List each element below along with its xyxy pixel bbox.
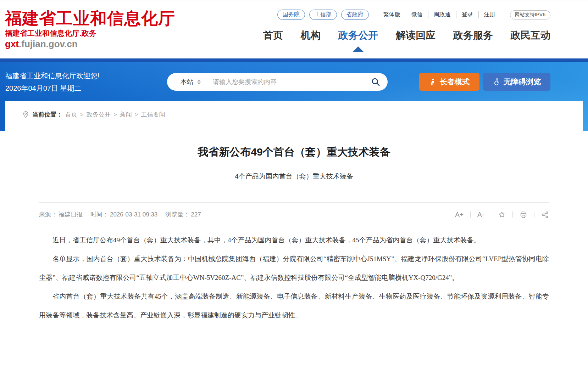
ipv6-badge: 网站支持IPV6 xyxy=(510,10,550,19)
nav-item-interaction[interactable]: 政民互动 xyxy=(511,29,550,42)
font-enlarge-button[interactable]: A+ xyxy=(455,211,464,219)
share-button[interactable] xyxy=(541,211,549,219)
logo-domain-rest: .fujian.gov.cn xyxy=(19,39,78,49)
logo-domain: gxt.fujian.gov.cn xyxy=(5,39,175,50)
article-body: 近日，省工信厅公布49个首台（套）重大技术装备，其中，4个产品为国内首台（套）重… xyxy=(39,231,549,325)
search-button[interactable] xyxy=(371,77,381,87)
article-subtitle: 4个产品为国内首台（套）重大技术装备 xyxy=(5,172,583,181)
location-pin-icon xyxy=(22,111,29,118)
time-value: 2026-03-31 09:33 xyxy=(110,211,157,218)
link-wechat[interactable]: 微信 xyxy=(406,11,428,18)
quick-link-shengzhengfu[interactable]: 省政府 xyxy=(341,10,369,20)
time-label: 时间： xyxy=(90,210,109,219)
share-icon xyxy=(541,211,549,219)
tool-separator xyxy=(491,212,491,218)
nav-item-gov-disclosure[interactable]: 政务公开 xyxy=(338,29,378,42)
printer-icon xyxy=(520,211,527,219)
meta-divider xyxy=(39,202,549,203)
breadcrumb-separator: > xyxy=(80,111,84,118)
accessibility-button[interactable]: 无障碍浏览 xyxy=(483,73,550,91)
breadcrumb-news[interactable]: 新闻 xyxy=(120,111,132,119)
date-text: 2026年04月07日 星期二 xyxy=(5,83,167,94)
search-icon xyxy=(371,77,381,87)
search-input[interactable] xyxy=(212,78,371,86)
accessibility-label: 无障碍浏览 xyxy=(504,77,541,87)
header-right: 国务院 工信部 省政府 繁体版 微信 闽政通 登录 注册 网站支持IPV6 首页… xyxy=(263,0,588,58)
elder-icon xyxy=(429,78,437,86)
source-label: 来源： xyxy=(39,210,57,219)
breadcrumb-gxyw[interactable]: 工信要闻 xyxy=(141,111,165,119)
paragraph: 省内首台（套）重大技术装备共有45个，涵盖高端装备制造、新能源装备、电子信息装备… xyxy=(39,287,549,325)
link-register[interactable]: 注册 xyxy=(478,11,501,18)
utility-links: 繁体版 微信 闽政通 登录 注册 xyxy=(378,11,501,18)
search-bar: 本站 xyxy=(167,73,388,91)
logo-domain-prefix: gxt xyxy=(5,39,19,49)
breadcrumb-home[interactable]: 首页 xyxy=(65,111,77,119)
elder-mode-button[interactable]: 长者模式 xyxy=(419,73,479,91)
breadcrumb-gov-disclosure[interactable]: 政务公开 xyxy=(87,111,111,119)
breadcrumb-separator: > xyxy=(113,111,117,118)
link-login[interactable]: 登录 xyxy=(456,11,478,18)
tool-separator xyxy=(534,212,534,218)
logo-subtitle: 福建省工业和信息化厅.政务 xyxy=(5,28,175,38)
breadcrumb: 当前位置： 首页 > 政务公开 > 新闻 > 工信要闻 xyxy=(5,101,583,119)
tool-separator xyxy=(470,212,471,218)
quick-link-guowuyuan[interactable]: 国务院 xyxy=(277,10,305,20)
star-icon xyxy=(498,211,506,219)
wheelchair-icon xyxy=(493,78,500,86)
top-links-row: 国务院 工信部 省政府 繁体版 微信 闽政通 登录 注册 网站支持IPV6 xyxy=(273,10,550,20)
article-tools: A+ A- xyxy=(455,211,549,219)
paragraph: 近日，省工信厅公布49个首台（套）重大技术装备，其中，4个产品为国内首台（套）重… xyxy=(39,231,549,249)
views-label: 浏览量： xyxy=(165,210,189,219)
elder-mode-label: 长者模式 xyxy=(440,77,470,87)
content-card: 当前位置： 首页 > 政务公开 > 新闻 > 工信要闻 我省新公布49个首台（套… xyxy=(5,101,583,389)
tool-separator xyxy=(512,212,513,218)
quick-link-gongxinbu[interactable]: 工信部 xyxy=(309,10,337,20)
nav-item-org[interactable]: 机构 xyxy=(301,29,321,42)
nav-item-home[interactable]: 首页 xyxy=(263,29,283,42)
source-value: 福建日报 xyxy=(59,210,83,219)
breadcrumb-separator: > xyxy=(135,111,138,118)
nav-item-services[interactable]: 政务服务 xyxy=(453,29,493,42)
favorite-button[interactable] xyxy=(498,211,506,219)
article-meta-row: 来源： 福建日报 时间： 2026-03-31 09:33 浏览量： 227 A… xyxy=(39,210,549,219)
nav-item-interpretation[interactable]: 解读回应 xyxy=(396,29,436,42)
search-divider xyxy=(206,77,206,86)
search-scope-select[interactable]: 本站 xyxy=(181,78,193,86)
main-nav: 首页 机构 政务公开 解读回应 政务服务 政民互动 xyxy=(263,29,550,42)
print-button[interactable] xyxy=(520,211,527,219)
logo-title: 福建省工业和信息化厅 xyxy=(5,10,175,27)
breadcrumb-label: 当前位置： xyxy=(32,111,62,119)
article-title: 我省新公布49个首台（套）重大技术装备 xyxy=(5,145,583,159)
font-shrink-button[interactable]: A- xyxy=(477,211,484,219)
link-traditional[interactable]: 繁体版 xyxy=(378,11,406,18)
banner-content: 福建省工业和信息化厅欢迎您! 2026年04月07日 星期二 本站 xyxy=(0,62,588,99)
article-meta: 来源： 福建日报 时间： 2026-03-31 09:33 浏览量： 227 xyxy=(39,210,201,219)
banner-top-strip xyxy=(0,58,588,62)
site-logo[interactable]: 福建省工业和信息化厅 福建省工业和信息化厅.政务 gxt.fujian.gov.… xyxy=(5,0,175,58)
site-header: 福建省工业和信息化厅 福建省工业和信息化厅.政务 gxt.fujian.gov.… xyxy=(0,0,588,58)
paragraph: 名单显示，国内首台（套）重大技术装备为：中国机械总院集团海西（福建）分院有限公司… xyxy=(39,249,549,287)
welcome-block: 福建省工业和信息化厅欢迎您! 2026年04月07日 星期二 xyxy=(5,70,167,94)
scope-dropdown-icon[interactable] xyxy=(197,79,201,85)
link-minzhengtong[interactable]: 闽政通 xyxy=(428,11,456,18)
views-value: 227 xyxy=(191,211,201,218)
welcome-text: 福建省工业和信息化厅欢迎您! xyxy=(5,70,167,81)
